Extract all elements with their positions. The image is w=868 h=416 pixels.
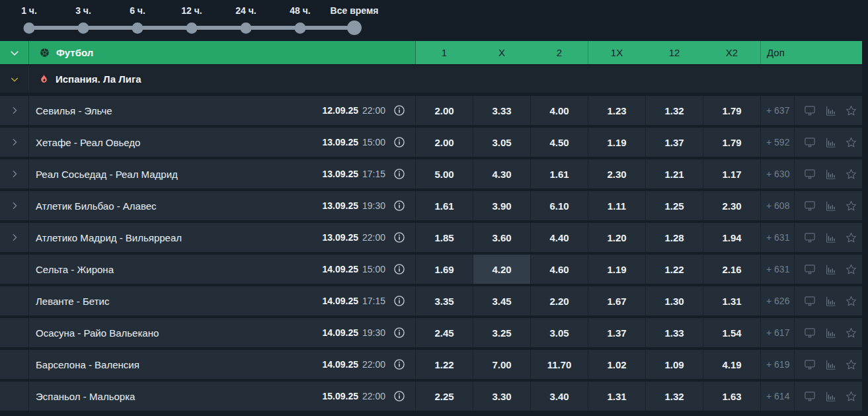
match-row[interactable]: Атлетико Мадрид - Вильярреал 13.09.25 22… — [0, 223, 862, 252]
odds-cell[interactable]: 3.40 — [530, 382, 588, 411]
statistics-icon[interactable] — [824, 358, 837, 371]
match-row[interactable]: Реал Сосьедад - Реал Мадрид 13.09.25 17:… — [0, 159, 862, 188]
odds-cell[interactable]: 1.63 — [703, 382, 760, 411]
slider-dot[interactable] — [241, 22, 252, 34]
info-icon[interactable] — [393, 390, 405, 402]
slider-dot[interactable] — [132, 22, 143, 34]
odds-cell[interactable]: 2.20 — [530, 286, 588, 315]
odds-cell[interactable]: 7.00 — [473, 350, 530, 379]
time-filter-label[interactable]: 24 ч. — [235, 5, 256, 16]
slider-dot[interactable] — [186, 22, 198, 34]
collapse-league-button[interactable] — [0, 65, 29, 93]
odds-cell[interactable]: 1.94 — [703, 223, 760, 252]
odds-cell[interactable]: 1.37 — [645, 128, 703, 157]
info-icon[interactable] — [393, 200, 405, 212]
odds-cell[interactable]: 1.31 — [703, 286, 760, 315]
info-icon[interactable] — [393, 136, 405, 148]
statistics-icon[interactable] — [824, 200, 837, 212]
odds-cell[interactable]: 1.61 — [530, 159, 588, 188]
statistics-icon[interactable] — [824, 136, 837, 149]
more-markets-button[interactable]: + 614 — [760, 382, 794, 411]
odds-cell[interactable]: 1.33 — [645, 318, 703, 347]
odds-cell[interactable]: 1.85 — [415, 223, 473, 252]
match-row[interactable]: Сельта - Жирона 14.09.25 15:00 1.694.204… — [0, 255, 862, 284]
more-markets-button[interactable]: + 619 — [760, 350, 794, 379]
odds-cell[interactable]: 3.90 — [473, 191, 530, 220]
odds-cell[interactable]: 4.00 — [530, 96, 588, 125]
odds-cell[interactable]: 1.61 — [415, 191, 473, 220]
odds-cell[interactable]: 1.32 — [645, 382, 703, 411]
info-icon[interactable] — [393, 104, 405, 116]
odds-cell[interactable]: 2.45 — [415, 318, 473, 347]
odds-cell[interactable]: 3.05 — [473, 128, 530, 157]
more-markets-button[interactable]: + 592 — [760, 128, 794, 157]
odds-cell[interactable]: 1.20 — [588, 223, 645, 252]
favorite-star-icon[interactable] — [845, 390, 857, 403]
favorite-star-icon[interactable] — [845, 200, 857, 212]
time-filter-label[interactable]: 3 ч. — [75, 5, 91, 16]
odds-cell[interactable]: 1.02 — [588, 350, 645, 379]
odds-cell[interactable]: 4.19 — [703, 350, 760, 379]
info-icon[interactable] — [393, 263, 405, 275]
statistics-icon[interactable] — [824, 295, 837, 308]
favorite-star-icon[interactable] — [845, 104, 857, 117]
odds-cell[interactable]: 3.30 — [473, 382, 530, 411]
odds-cell[interactable]: 4.40 — [530, 223, 588, 252]
broadcast-icon[interactable] — [803, 104, 816, 117]
odds-cell[interactable]: 3.60 — [473, 223, 530, 252]
odds-cell[interactable]: 1.23 — [588, 96, 645, 125]
more-markets-button[interactable]: + 630 — [760, 159, 794, 188]
broadcast-icon[interactable] — [803, 263, 816, 276]
match-row[interactable]: Осасуна - Райо Вальекано 14.09.25 19:30 … — [0, 318, 862, 347]
slider-handle-selected[interactable] — [347, 21, 362, 35]
odds-cell[interactable]: 1.79 — [703, 96, 760, 125]
slider-dot[interactable] — [295, 22, 306, 34]
broadcast-icon[interactable] — [803, 358, 816, 371]
match-row[interactable]: Леванте - Бетис 14.09.25 17:15 3.353.452… — [0, 286, 862, 315]
more-markets-button[interactable]: + 637 — [760, 96, 794, 125]
time-filter-label[interactable]: 1 ч. — [21, 5, 37, 16]
odds-cell[interactable]: 1.19 — [588, 255, 645, 284]
broadcast-icon[interactable] — [803, 199, 816, 212]
broadcast-icon[interactable] — [803, 167, 816, 181]
league-header[interactable]: Испания. Ла Лига — [0, 65, 862, 93]
odds-cell[interactable]: 3.45 — [473, 286, 530, 315]
odds-cell[interactable]: 1.37 — [588, 318, 645, 347]
info-icon[interactable] — [393, 295, 405, 307]
odds-cell[interactable]: 1.32 — [645, 96, 703, 125]
time-filter-label[interactable]: Все время — [331, 5, 379, 16]
odds-cell[interactable]: 1.22 — [415, 350, 473, 379]
match-row[interactable]: Эспаньол - Мальорка 15.09.25 22:00 2.253… — [0, 382, 862, 411]
sport-header-football[interactable]: Футбол 1X21X12X2Доп — [0, 41, 862, 64]
more-markets-button[interactable]: + 626 — [760, 286, 794, 315]
expand-match-chevron[interactable] — [0, 96, 29, 125]
favorite-star-icon[interactable] — [845, 231, 857, 244]
odds-cell[interactable]: 4.50 — [530, 128, 588, 157]
broadcast-icon[interactable] — [803, 136, 816, 149]
statistics-icon[interactable] — [824, 104, 837, 117]
odds-cell[interactable]: 1.09 — [645, 350, 703, 379]
statistics-icon[interactable] — [824, 168, 837, 181]
odds-cell[interactable]: 1.22 — [645, 255, 703, 284]
match-row[interactable]: Барселона - Валенсия 14.09.25 22:00 1.22… — [0, 350, 862, 379]
odds-cell[interactable]: 6.10 — [530, 191, 588, 220]
favorite-star-icon[interactable] — [845, 358, 857, 371]
time-filter-label[interactable]: 6 ч. — [130, 5, 145, 16]
odds-cell[interactable]: 4.60 — [530, 255, 588, 284]
odds-cell[interactable]: 1.30 — [645, 286, 703, 315]
odds-cell[interactable]: 1.79 — [703, 128, 760, 157]
broadcast-icon[interactable] — [803, 326, 816, 339]
info-icon[interactable] — [393, 327, 405, 339]
more-markets-button[interactable]: + 608 — [760, 191, 794, 220]
info-icon[interactable] — [393, 231, 405, 243]
broadcast-icon[interactable] — [803, 231, 816, 244]
slider-dot[interactable] — [24, 22, 35, 34]
time-filter-label[interactable]: 48 ч. — [290, 5, 310, 16]
odds-cell[interactable]: 1.31 — [588, 382, 645, 411]
slider-dot[interactable] — [78, 22, 89, 34]
favorite-star-icon[interactable] — [845, 168, 857, 181]
match-row[interactable]: Хетафе - Реал Овьедо 13.09.25 15:00 2.00… — [0, 128, 862, 157]
time-filter-label[interactable]: 12 ч. — [181, 5, 202, 16]
odds-cell[interactable]: 2.30 — [703, 191, 760, 220]
odds-cell[interactable]: 3.35 — [415, 286, 473, 315]
